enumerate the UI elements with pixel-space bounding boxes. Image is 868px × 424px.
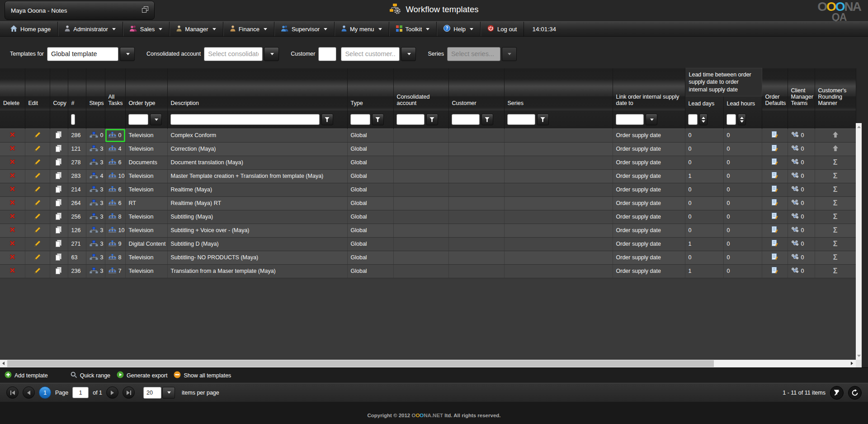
description-filter-input[interactable] bbox=[170, 114, 320, 125]
order-defaults-icon[interactable] bbox=[772, 158, 778, 167]
delete-icon[interactable] bbox=[9, 267, 15, 275]
delete-icon[interactable] bbox=[9, 132, 15, 139]
col-order-type[interactable]: Order type bbox=[125, 68, 167, 111]
client-manager-teams-icon[interactable] bbox=[791, 267, 799, 275]
order-defaults-icon[interactable] bbox=[772, 186, 778, 194]
scroll-down-icon[interactable] bbox=[857, 355, 861, 357]
nav-log-out[interactable]: Log out bbox=[481, 22, 524, 36]
copy-icon[interactable] bbox=[56, 267, 62, 276]
all-tasks-icon[interactable] bbox=[108, 267, 116, 275]
delete-icon[interactable] bbox=[9, 254, 15, 261]
lead-hours-spinner[interactable] bbox=[738, 114, 746, 125]
refresh-button[interactable] bbox=[848, 386, 862, 400]
col-all-tasks[interactable]: All Tasks bbox=[105, 68, 125, 111]
lead-days-filter-input[interactable] bbox=[688, 114, 698, 125]
link-date-filter-dropdown[interactable] bbox=[646, 114, 657, 125]
order-defaults-icon[interactable] bbox=[772, 131, 778, 139]
copy-icon[interactable] bbox=[56, 131, 62, 140]
col-consolidated-account[interactable]: Consolidated account bbox=[393, 68, 448, 111]
edit-pencil-icon[interactable] bbox=[34, 227, 41, 234]
order-defaults-icon[interactable] bbox=[772, 172, 778, 180]
consolidated-filter-button[interactable] bbox=[426, 114, 438, 125]
copy-icon[interactable] bbox=[56, 240, 62, 248]
add-template-button[interactable]: Add template bbox=[5, 371, 48, 380]
horizontal-scrollbar[interactable] bbox=[0, 360, 856, 367]
series-filter-button[interactable] bbox=[537, 114, 549, 125]
nav-finance[interactable]: Finance bbox=[223, 22, 274, 36]
window-tab[interactable]: Maya Ooona - Notes bbox=[5, 1, 155, 20]
steps-icon[interactable] bbox=[90, 186, 98, 194]
generate-export-button[interactable]: Generate export bbox=[117, 371, 167, 380]
steps-icon[interactable] bbox=[90, 132, 98, 139]
edit-pencil-icon[interactable] bbox=[34, 200, 41, 207]
order-defaults-icon[interactable] bbox=[772, 213, 778, 221]
order-type-filter-input[interactable] bbox=[128, 114, 148, 125]
col-number[interactable]: # bbox=[68, 68, 86, 111]
edit-pencil-icon[interactable] bbox=[34, 186, 41, 194]
all-tasks-icon[interactable] bbox=[108, 213, 116, 220]
undock-icon[interactable] bbox=[142, 6, 148, 14]
customer-code-input[interactable] bbox=[318, 47, 336, 61]
col-customers-rounding-manner[interactable]: Customer's Rounding Manner bbox=[815, 68, 856, 111]
horizontal-scroll-thumb[interactable] bbox=[7, 360, 714, 367]
templates-for-input[interactable] bbox=[47, 47, 118, 61]
steps-icon[interactable] bbox=[90, 200, 98, 207]
nav-manager[interactable]: Manager bbox=[170, 22, 223, 36]
all-tasks-icon[interactable] bbox=[108, 172, 116, 180]
edit-pencil-icon[interactable] bbox=[34, 172, 41, 180]
col-link-order-date[interactable]: Link order internal supply date to bbox=[613, 68, 685, 111]
last-page-button[interactable] bbox=[123, 386, 135, 399]
col-lead-days[interactable]: Lead days bbox=[685, 96, 723, 110]
client-manager-teams-icon[interactable] bbox=[791, 227, 799, 234]
steps-icon[interactable] bbox=[90, 240, 98, 248]
order-defaults-icon[interactable] bbox=[772, 253, 778, 262]
all-tasks-icon[interactable] bbox=[108, 132, 116, 139]
steps-icon[interactable] bbox=[90, 267, 98, 275]
client-manager-teams-icon[interactable] bbox=[791, 240, 799, 248]
all-tasks-icon[interactable] bbox=[108, 145, 116, 152]
order-defaults-icon[interactable] bbox=[772, 226, 778, 234]
nav-toolkit[interactable]: Toolkit bbox=[389, 22, 437, 36]
copy-icon[interactable] bbox=[56, 199, 62, 208]
first-page-button[interactable] bbox=[6, 386, 19, 399]
order-type-filter-dropdown[interactable] bbox=[150, 114, 162, 125]
prev-page-button[interactable] bbox=[23, 386, 35, 399]
copy-icon[interactable] bbox=[56, 253, 62, 262]
description-filter-button[interactable] bbox=[321, 114, 333, 125]
edit-pencil-icon[interactable] bbox=[34, 240, 41, 248]
consolidated-account-dropdown-button[interactable] bbox=[264, 47, 279, 61]
steps-icon[interactable] bbox=[90, 172, 98, 180]
current-page-button[interactable]: 1 bbox=[39, 386, 51, 399]
delete-icon[interactable] bbox=[9, 172, 15, 180]
edit-pencil-icon[interactable] bbox=[34, 267, 41, 275]
nav-help[interactable]: ? Help bbox=[437, 22, 481, 36]
client-manager-teams-icon[interactable] bbox=[791, 145, 799, 152]
vertical-scrollbar[interactable] bbox=[856, 123, 862, 360]
order-defaults-icon[interactable] bbox=[772, 240, 778, 248]
col-order-defaults[interactable]: Order Defaults bbox=[762, 68, 788, 111]
link-date-filter-input[interactable] bbox=[616, 114, 644, 125]
client-manager-teams-icon[interactable] bbox=[791, 159, 799, 166]
delete-icon[interactable] bbox=[9, 227, 15, 234]
clear-filters-button[interactable] bbox=[830, 386, 844, 400]
nav-home-page[interactable]: Home page bbox=[4, 22, 58, 36]
delete-icon[interactable] bbox=[9, 213, 15, 220]
client-manager-teams-icon[interactable] bbox=[791, 254, 799, 261]
all-tasks-icon[interactable] bbox=[108, 200, 116, 207]
delete-icon[interactable] bbox=[9, 200, 15, 207]
nav-administrator[interactable]: Administrator bbox=[58, 22, 123, 36]
lead-hours-filter-input[interactable] bbox=[726, 114, 736, 125]
all-tasks-icon[interactable] bbox=[108, 254, 116, 261]
col-customer[interactable]: Customer bbox=[448, 68, 504, 111]
quick-range-button[interactable]: Quick range bbox=[71, 372, 110, 380]
page-size-dropdown-button[interactable] bbox=[162, 387, 175, 399]
edit-pencil-icon[interactable] bbox=[34, 213, 41, 221]
steps-icon[interactable] bbox=[90, 227, 98, 234]
col-steps[interactable]: Steps bbox=[86, 68, 105, 111]
edit-pencil-icon[interactable] bbox=[34, 159, 41, 167]
client-manager-teams-icon[interactable] bbox=[791, 200, 799, 207]
show-all-templates-button[interactable]: Show all templates bbox=[174, 371, 231, 380]
col-type[interactable]: Type bbox=[347, 68, 393, 111]
scroll-left-icon[interactable] bbox=[2, 362, 5, 365]
steps-icon[interactable] bbox=[90, 254, 98, 262]
